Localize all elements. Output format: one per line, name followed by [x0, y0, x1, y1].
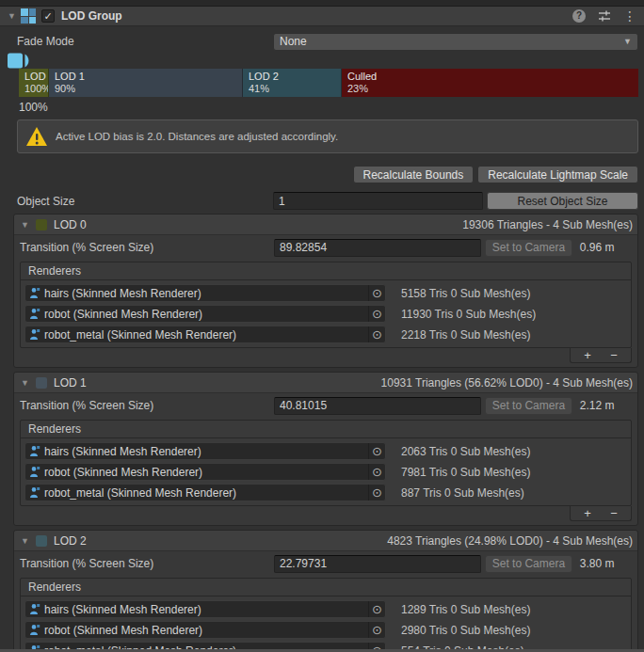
transition-label: Transition (% Screen Size) [20, 557, 274, 570]
renderers-title: Renderers [21, 421, 631, 438]
reset-object-size-button[interactable]: Reset Object Size [487, 192, 638, 210]
segment-percent: 100% [24, 83, 48, 95]
transition-distance: 3.80 m [580, 557, 632, 570]
renderer-object-field[interactable]: hairs (Skinned Mesh Renderer) ⊙ [24, 442, 386, 460]
lod2-section-header[interactable]: ▼ LOD 2 4823 Triangles (24.98% LOD0) - 4… [14, 531, 637, 551]
inspector-top-strip [0, 0, 644, 7]
segment-name: Culled [347, 71, 638, 83]
lod2-section: ▼ LOD 2 4823 Triangles (24.98% LOD0) - 4… [13, 530, 638, 652]
add-renderer-button[interactable]: + [578, 507, 597, 519]
set-to-camera-button[interactable]: Set to Camera [485, 555, 572, 573]
camera-percent-label: 100% [19, 101, 644, 114]
transition-distance: 2.12 m [580, 399, 632, 412]
renderer-stats: 2063 Tris 0 Sub Mesh(es) [401, 445, 530, 458]
renderer-row: robot_metal (Skinned Mesh Renderer) ⊙ 88… [24, 484, 627, 501]
transition-input[interactable] [274, 397, 481, 415]
renderer-rows: hairs (Skinned Mesh Renderer) ⊙ 5158 Tri… [21, 280, 631, 347]
skinned-mesh-renderer-icon [29, 466, 40, 478]
renderer-object-field[interactable]: hairs (Skinned Mesh Renderer) ⊙ [24, 600, 386, 618]
set-to-camera-button[interactable]: Set to Camera [485, 239, 572, 257]
lod-name: LOD 1 [54, 376, 381, 390]
foldout-icon[interactable]: ▼ [21, 220, 34, 230]
object-picker-icon[interactable]: ⊙ [368, 622, 385, 638]
renderer-stats: 2980 Tris 0 Sub Mesh(es) [401, 624, 530, 637]
warning-icon [25, 126, 48, 147]
object-picker-icon[interactable]: ⊙ [368, 464, 385, 480]
skinned-mesh-renderer-icon [29, 328, 40, 341]
warning-text: Active LOD bias is 2.0. Distances are ad… [56, 131, 338, 142]
component-title: LOD Group [61, 9, 572, 23]
transition-row: Transition (% Screen Size) Set to Camera… [14, 395, 637, 416]
camera-icon[interactable] [8, 53, 36, 69]
skinned-mesh-renderer-icon [29, 486, 40, 499]
renderer-stats: 2218 Tris 0 Sub Mesh(es) [401, 328, 530, 342]
lod0-color-swatch [36, 219, 47, 231]
renderer-object-field[interactable]: robot_metal (Skinned Mesh Renderer) ⊙ [24, 326, 386, 343]
skinned-mesh-renderer-icon [29, 308, 40, 320]
skinned-mesh-renderer-icon [29, 445, 40, 457]
segment-percent: 23% [347, 83, 638, 95]
transition-label: Transition (% Screen Size) [20, 399, 274, 412]
foldout-icon[interactable]: ▼ [21, 378, 34, 388]
lod-bar-segment-culled[interactable]: Culled 23% [342, 69, 638, 97]
renderer-row: robot_metal (Skinned Mesh Renderer) ⊙ 22… [24, 326, 627, 343]
recalculate-bounds-button[interactable]: Recalculate Bounds [353, 166, 475, 183]
renderer-row: robot (Skinned Mesh Renderer) ⊙ 2980 Tri… [24, 621, 627, 639]
renderer-list-controls: + − [570, 348, 632, 363]
lod-group-icon [21, 8, 36, 24]
renderer-stats: 7981 Tris 0 Sub Mesh(es) [401, 466, 530, 479]
object-picker-icon[interactable]: ⊙ [368, 326, 385, 342]
help-icon[interactable]: ? [572, 9, 586, 23]
fade-mode-dropdown[interactable]: None ▼ [273, 33, 638, 51]
presets-icon[interactable] [598, 9, 611, 23]
lod-group-inspector: ▼ ✓ LOD Group ? ⋮ Fade Mode None ▼ [0, 0, 644, 652]
renderer-row: robot (Skinned Mesh Renderer) ⊙ 7981 Tri… [24, 463, 627, 481]
lod0-section-header[interactable]: ▼ LOD 0 19306 Triangles - 4 Sub Mesh(es) [14, 215, 637, 235]
renderer-object-name: robot (Skinned Mesh Renderer) [44, 308, 368, 321]
transition-input[interactable] [274, 239, 481, 257]
renderer-object-field[interactable]: robot (Skinned Mesh Renderer) ⊙ [24, 621, 386, 639]
fade-mode-value: None [280, 35, 623, 48]
renderer-object-field[interactable]: robot (Skinned Mesh Renderer) ⊙ [24, 305, 386, 323]
lod-range-bar: LOD 0 100% LOD 1 90% LOD 2 41% Culled 23… [19, 69, 638, 97]
set-to-camera-button[interactable]: Set to Camera [485, 397, 572, 415]
camera-playhead-row [8, 53, 644, 69]
lod2-color-swatch [36, 535, 47, 547]
object-picker-icon[interactable]: ⊙ [368, 306, 385, 322]
renderer-object-name: robot_metal (Skinned Mesh Renderer) [44, 328, 368, 342]
object-size-input[interactable] [273, 192, 483, 210]
recalculate-lightmap-scale-button[interactable]: Recalculate Lightmap Scale [477, 166, 638, 183]
renderer-object-field[interactable]: robot_metal (Skinned Mesh Renderer) ⊙ [24, 484, 386, 501]
lod-bar-segment-lod0[interactable]: LOD 0 100% [19, 69, 49, 97]
segment-percent: 41% [249, 83, 341, 95]
remove-renderer-button[interactable]: − [604, 507, 623, 519]
object-picker-icon[interactable]: ⊙ [368, 285, 385, 301]
object-picker-icon[interactable]: ⊙ [368, 601, 385, 617]
skinned-mesh-renderer-icon [29, 287, 40, 299]
lod1-section-header[interactable]: ▼ LOD 1 10931 Triangles (56.62% LOD0) - … [14, 373, 637, 393]
lod-name: LOD 0 [54, 218, 462, 231]
skinned-mesh-renderer-icon [29, 624, 40, 636]
transition-input[interactable] [274, 555, 481, 573]
renderer-stats: 5158 Tris 0 Sub Mesh(es) [401, 287, 530, 300]
transition-distance: 0.96 m [580, 241, 632, 254]
lod-bar-segment-lod2[interactable]: LOD 2 41% [243, 69, 342, 97]
renderer-object-field[interactable]: hairs (Skinned Mesh Renderer) ⊙ [24, 284, 386, 302]
lod-bar-segment-lod1[interactable]: LOD 1 90% [49, 69, 243, 97]
renderer-object-field[interactable]: robot (Skinned Mesh Renderer) ⊙ [24, 463, 386, 481]
segment-name: LOD 1 [55, 71, 242, 83]
component-enabled-checkbox[interactable]: ✓ [41, 9, 55, 23]
lod-triangle-summary: 10931 Triangles (56.62% LOD0) - 4 Sub Me… [381, 376, 633, 390]
menu-icon[interactable]: ⋮ [623, 9, 636, 23]
add-renderer-button[interactable]: + [578, 349, 597, 361]
foldout-icon[interactable]: ▼ [21, 536, 34, 546]
object-picker-icon[interactable]: ⊙ [368, 485, 385, 501]
component-header[interactable]: ▼ ✓ LOD Group ? ⋮ [0, 7, 644, 26]
renderer-row: robot (Skinned Mesh Renderer) ⊙ 11930 Tr… [24, 305, 627, 323]
renderers-box: Renderers hairs (Skinned Mesh Renderer) … [20, 578, 632, 652]
remove-renderer-button[interactable]: − [604, 349, 623, 361]
component-foldout-icon[interactable]: ▼ [8, 11, 21, 21]
object-size-row: Object Size Reset Object Size [0, 192, 644, 210]
renderers-title: Renderers [21, 579, 631, 596]
object-picker-icon[interactable]: ⊙ [368, 443, 385, 459]
